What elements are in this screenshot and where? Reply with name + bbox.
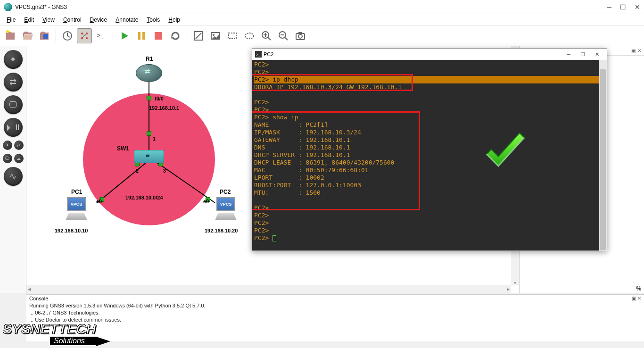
svg-rect-9	[155, 32, 162, 40]
terminal-window[interactable]: >_ PC2 ─ ☐ ✕ PC2> PC2> PC2> ip dhcp DDOR…	[252, 48, 607, 251]
dock-link-icon[interactable]: ∿	[4, 167, 23, 186]
snapshot-icon[interactable]	[60, 28, 75, 43]
minimize-button[interactable]: ─	[607, 3, 611, 11]
terminal-line: MTU: : 1500	[254, 189, 605, 197]
watermark-top: SYSNETTECH	[3, 322, 96, 337]
reload-all-icon[interactable]	[168, 28, 183, 43]
pc1-label: PC1	[71, 189, 82, 195]
terminal-line: PC2>	[254, 68, 605, 76]
annotate-ellipse-icon[interactable]	[242, 28, 257, 43]
menu-view[interactable]: View	[39, 16, 58, 24]
vpcs-icon: VPCS	[216, 197, 235, 211]
menu-file[interactable]: File	[3, 16, 19, 24]
new-project-icon[interactable]	[3, 28, 18, 43]
panel-close-icon[interactable]: ✕	[637, 48, 641, 53]
dock-end-devices-icon[interactable]: 🖵	[4, 95, 23, 114]
maximize-button[interactable]: ☐	[620, 3, 626, 11]
port-dot	[147, 131, 151, 136]
open-project-icon[interactable]	[20, 28, 35, 43]
window-titlebar: VPCS.gns3* - GNS3 ─ ☐ ✕	[0, 0, 644, 14]
annotate-image-icon[interactable]	[208, 28, 223, 43]
save-project-icon[interactable]	[37, 28, 52, 43]
svg-point-14	[245, 33, 254, 39]
terminal-line: PC2>	[254, 106, 605, 114]
dock-routers-icon[interactable]: ✦	[4, 50, 23, 69]
console-line: Running GNS3 version 1.5.3 on Windows (6…	[29, 302, 641, 309]
pause-all-icon[interactable]	[134, 28, 149, 43]
terminal-line: DHCP SERVER : 192.168.10.1	[254, 151, 605, 159]
menu-device[interactable]: Device	[86, 16, 111, 24]
annotate-note-icon[interactable]	[191, 28, 206, 43]
terminal-line: PC2>	[254, 212, 605, 219]
r1-label: R1	[146, 56, 153, 62]
console-line: ... Use Doctor to detect common issues.	[29, 316, 641, 323]
router-r1[interactable]	[136, 64, 162, 82]
pc2-label: PC2	[220, 189, 231, 195]
terminal-line: PC2>	[254, 227, 605, 234]
switch-sw1[interactable]	[134, 150, 164, 163]
terminal-maximize-button[interactable]: ☐	[576, 51, 590, 58]
dock-sm3-icon[interactable]: 🖵	[3, 154, 12, 163]
toolbar: >_	[0, 25, 644, 46]
stop-all-icon[interactable]	[151, 28, 166, 43]
menu-tools[interactable]: Tools	[143, 16, 164, 24]
sw1-p3-label: 3	[163, 168, 166, 174]
terminal-line: PC2>	[254, 219, 605, 227]
dock-switches-icon[interactable]: ⇄	[4, 73, 23, 91]
dock-sm1-icon[interactable]: ✦	[3, 141, 12, 150]
show-connections-icon[interactable]	[77, 28, 92, 43]
dock-sm2-icon[interactable]: ⇄	[14, 141, 24, 150]
terminal-line: DNS : 192.168.10.1	[254, 144, 605, 151]
terminal-line: MAC : 00:50:79:66:68:01	[254, 166, 605, 174]
pc2-node[interactable]: VPCS	[213, 197, 239, 222]
terminal-body[interactable]: PC2> PC2> PC2> ip dhcp DDORA IP 192.168.…	[252, 60, 607, 251]
pc2-ip-label: 192.168.10.20	[205, 228, 238, 233]
start-all-icon[interactable]	[117, 28, 132, 43]
console-prompt[interactable]: =>	[29, 326, 641, 333]
window-title: VPCS.gns3* - GNS3	[15, 4, 607, 10]
terminal-line: PC2>	[254, 99, 605, 106]
annotate-rect-icon[interactable]	[225, 28, 240, 43]
terminal-titlebar[interactable]: >_ PC2 ─ ☐ ✕	[252, 49, 607, 60]
terminal-line: PC2>	[254, 204, 605, 212]
console-line: ... 06-2..7 GNS3 Technologies.	[29, 309, 641, 316]
svg-text:>_: >_	[256, 52, 261, 57]
sw1-p1-label: 1	[153, 136, 156, 141]
dock-security-icon[interactable]: ⏵⏸	[4, 118, 23, 137]
link-r1-sw1[interactable]	[149, 79, 149, 152]
terminal-scrollbar[interactable]	[599, 60, 607, 251]
terminal-close-button[interactable]: ✕	[590, 51, 604, 58]
dock-sm4-icon[interactable]: ☁	[14, 154, 24, 163]
terminal-minimize-button[interactable]: ─	[561, 51, 576, 57]
svg-point-18	[298, 34, 302, 38]
console-all-icon[interactable]: >_	[94, 28, 109, 43]
terminal-icon: >_	[255, 51, 262, 58]
pc1-ip-label: 192.168.10.10	[55, 228, 88, 233]
svg-rect-8	[142, 32, 145, 40]
svg-point-0	[6, 30, 9, 33]
menu-edit[interactable]: Edit	[20, 16, 38, 24]
terminal-line: IP/MASK : 192.168.10.3/24	[254, 129, 605, 136]
device-dock: ✦ ⇄ 🖵 ⏵⏸ ✦ ⇄ 🖵 ☁ ∿	[0, 46, 26, 293]
zoom-indicator: %	[520, 285, 644, 293]
terminal-line: NAME : PC2[1]	[254, 121, 605, 129]
console-close-icon[interactable]: ✕	[637, 296, 641, 301]
menubar: File Edit View Control Device Annotate T…	[0, 14, 644, 25]
menu-control[interactable]: Control	[59, 16, 85, 24]
watermark-bot: Solutions	[50, 337, 96, 345]
sw1-label: SW1	[117, 145, 129, 152]
sw1-p2-label: 2	[136, 168, 139, 174]
console-float-icon[interactable]: ▣	[632, 296, 636, 301]
zoom-out-icon[interactable]	[276, 28, 291, 43]
panel-float-icon[interactable]: ▣	[631, 48, 636, 53]
svg-rect-7	[138, 32, 140, 40]
terminal-show-cmd: PC2> show ip	[254, 114, 605, 121]
close-button[interactable]: ✕	[635, 3, 640, 11]
menu-annotate[interactable]: Annotate	[112, 16, 142, 24]
pc1-node[interactable]: VPCS	[63, 197, 90, 222]
svg-rect-13	[229, 33, 236, 39]
menu-help[interactable]: Help	[165, 16, 184, 24]
canvas-scrollbar-h[interactable]	[26, 285, 511, 293]
zoom-in-icon[interactable]	[259, 28, 274, 43]
screenshot-icon[interactable]	[293, 28, 308, 43]
